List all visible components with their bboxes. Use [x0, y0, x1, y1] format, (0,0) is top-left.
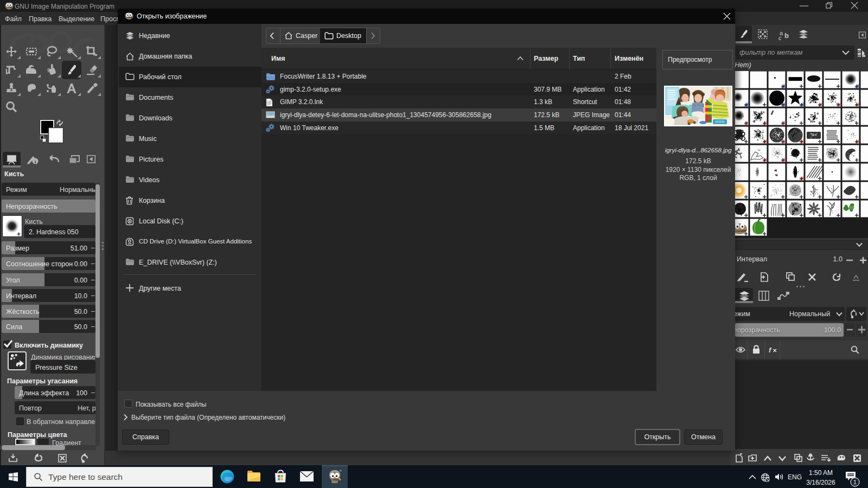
svg-text:1: 1 [853, 479, 857, 485]
